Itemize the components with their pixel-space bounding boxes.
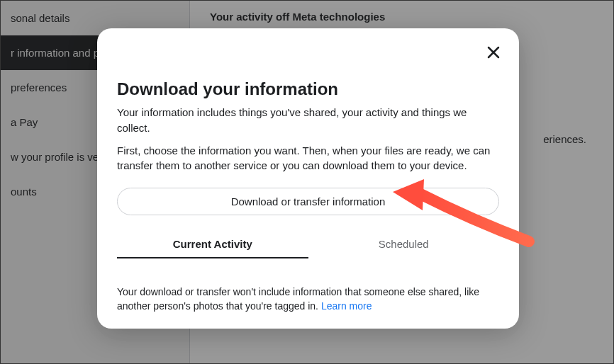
download-transfer-button[interactable]: Download or transfer information <box>117 188 499 215</box>
modal-title: Download your information <box>117 79 499 99</box>
tab-current-activity[interactable]: Current Activity <box>117 231 308 258</box>
footnote-text: Your download or transfer won't include … <box>117 286 479 312</box>
download-info-modal: Download your information Your informati… <box>97 28 519 329</box>
modal-tabs: Current Activity Scheduled <box>117 231 499 259</box>
tab-scheduled[interactable]: Scheduled <box>308 231 500 258</box>
close-button[interactable] <box>482 41 505 64</box>
modal-footnote: Your download or transfer won't include … <box>117 285 499 314</box>
modal-description-2: First, choose the information you want. … <box>117 143 499 174</box>
close-icon <box>486 45 501 59</box>
modal-description-1: Your information includes things you've … <box>117 105 499 136</box>
learn-more-link[interactable]: Learn more <box>321 300 372 312</box>
